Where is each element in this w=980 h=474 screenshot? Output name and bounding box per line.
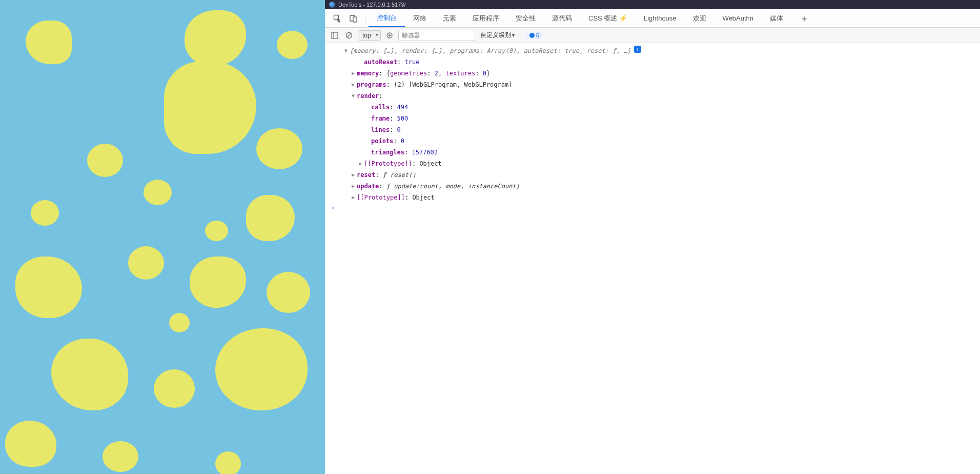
expand-caret-icon[interactable]	[350, 91, 357, 101]
issues-count: 5	[536, 32, 539, 38]
prop-render-lines[interactable]: lines: 0	[327, 124, 980, 135]
prop-reset[interactable]: reset: ƒ reset()	[327, 169, 980, 181]
tab-welcome[interactable]: 欢迎	[685, 9, 714, 27]
tab-security[interactable]: 安全性	[507, 9, 544, 27]
prop-render-triangles[interactable]: triangles: 1577602	[327, 147, 980, 158]
inspect-element-icon[interactable]	[332, 13, 342, 24]
tab-network[interactable]: 网络	[405, 9, 435, 27]
window-titlebar: DevTools - 127.0.0.1:5173/	[325, 0, 980, 9]
prop-render-points[interactable]: points: 0	[327, 135, 980, 147]
expand-caret-icon[interactable]	[350, 68, 357, 78]
devtools-app-icon	[329, 2, 335, 8]
tab-elements[interactable]: 元素	[435, 9, 464, 27]
filter-input[interactable]	[398, 30, 475, 41]
prop-autoreset[interactable]: autoReset: true	[327, 56, 980, 68]
prop-render-prototype[interactable]: [[Prototype]]: Object	[327, 158, 980, 169]
tab-sources[interactable]: 源代码	[544, 9, 580, 27]
live-expression-icon[interactable]	[384, 30, 395, 41]
tab-lighthouse[interactable]: Lighthouse	[636, 9, 685, 27]
issues-badge[interactable]: 5	[526, 32, 543, 39]
tab-css-overview[interactable]: CSS 概述 ⚡	[580, 9, 636, 27]
object-summary: {memory: {…}, render: {…}, programs: Arr…	[350, 46, 631, 56]
prop-programs[interactable]: programs: (2) [WebGLProgram, WebGLProgra…	[327, 79, 980, 90]
svg-rect-3	[332, 32, 338, 38]
prop-memory[interactable]: memory: {geometries: 2, textures: 0}	[327, 68, 980, 79]
prop-render-frame[interactable]: frame: 500	[327, 113, 980, 124]
console-output[interactable]: {memory: {…}, render: {…}, programs: Arr…	[325, 43, 980, 474]
tab-webauthn[interactable]: WebAuthn	[714, 9, 762, 27]
prop-update[interactable]: update: ƒ update(count, mode, instanceCo…	[327, 181, 980, 192]
expand-caret-icon[interactable]	[342, 46, 350, 56]
device-toolbar-icon[interactable]	[349, 13, 359, 24]
page-preview	[0, 0, 325, 474]
clear-console-icon[interactable]	[343, 30, 355, 41]
expand-caret-icon[interactable]	[350, 170, 357, 180]
prop-render[interactable]: render:	[327, 90, 980, 102]
console-toolbar: top 自定义级别 5	[325, 28, 980, 43]
log-level-selector[interactable]: 自定义级别	[478, 30, 517, 41]
svg-line-6	[347, 33, 351, 37]
tab-application[interactable]: 应用程序	[464, 9, 507, 27]
prop-render-calls[interactable]: calls: 494	[327, 102, 980, 113]
tab-divider	[365, 14, 365, 23]
devtools-tabs: 控制台 网络 元素 应用程序 安全性 源代码 CSS 概述 ⚡ Lighthou…	[325, 9, 980, 28]
expand-caret-icon[interactable]	[350, 80, 357, 90]
issues-dot-icon	[529, 33, 535, 38]
add-tab-button[interactable]: ＋	[791, 12, 817, 25]
tab-console[interactable]: 控制台	[369, 9, 405, 27]
prop-prototype[interactable]: [[Prototype]]: Object	[327, 192, 980, 203]
expand-caret-icon[interactable]	[350, 192, 357, 203]
object-summary-row[interactable]: {memory: {…}, render: {…}, programs: Arr…	[327, 45, 980, 56]
svg-point-8	[389, 34, 391, 36]
window-title: DevTools - 127.0.0.1:5173/	[338, 2, 405, 8]
console-prompt[interactable]	[327, 203, 980, 212]
expand-caret-icon[interactable]	[350, 181, 357, 191]
context-selector[interactable]: top	[358, 30, 381, 41]
svg-rect-2	[353, 17, 357, 22]
devtools-panel: DevTools - 127.0.0.1:5173/ 控制台 网络 元素 应用程…	[325, 0, 980, 474]
info-icon[interactable]: i	[634, 46, 641, 53]
toggle-sidebar-icon[interactable]	[329, 30, 340, 41]
tab-media[interactable]: 媒体	[762, 9, 791, 27]
expand-caret-icon[interactable]	[357, 159, 364, 169]
